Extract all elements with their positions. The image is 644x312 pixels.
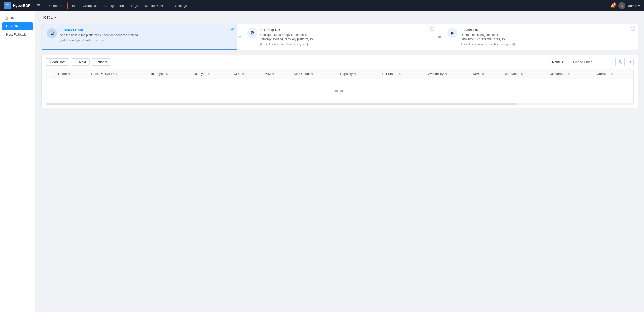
scrollbar-row[interactable]: [46, 103, 633, 105]
layout: 📋 DR Host DR Host Failback Host DR 🖥 1. …: [0, 11, 644, 312]
sort-icon-hoststatus: ⇅: [399, 73, 401, 75]
sidebar-section-dr[interactable]: 📋 DR: [0, 14, 35, 22]
step-3-card: ▶ 3. Start DR Operate the configured hos…: [442, 24, 638, 50]
step-1-check-icon: ✔: [231, 27, 234, 32]
next-button[interactable]: → Next: [71, 58, 90, 66]
search-group: Name ▾ 🔍 ↺: [550, 58, 634, 66]
sort-icon-mac: ⇅: [482, 73, 484, 75]
logo-icon: 🛡: [4, 2, 11, 9]
nav-monitor-alerts[interactable]: Monitor & Alerts: [142, 2, 171, 9]
col-os-version[interactable]: OS Version ⇅: [547, 69, 594, 79]
step-1-link[interactable]: [List - Unconfigured host resources]: [60, 38, 139, 42]
search-button[interactable]: 🔍: [617, 58, 625, 66]
no-data-cell: No Data: [46, 79, 633, 103]
scrollbar-track[interactable]: [46, 103, 516, 105]
notification-bell[interactable]: 🔔 1: [610, 3, 615, 8]
step-1-info: 1. Select Host Add the host to the platf…: [60, 28, 139, 42]
data-table: Name ⇅ Host IP/ESXi IP ⇅ Host Type ⇅: [46, 69, 634, 105]
user-label: admin: [628, 4, 637, 8]
step-2-desc1: Configure DR strategy for the host:: [260, 33, 315, 37]
nav-logs[interactable]: Logs: [128, 2, 141, 9]
nav-settings[interactable]: Settings: [172, 2, 190, 9]
col-ram[interactable]: RAM ⇅: [260, 69, 291, 79]
col-host-status[interactable]: Host Status ⇅: [377, 69, 425, 79]
search-field-select[interactable]: Name ▾: [550, 58, 570, 66]
menu-icon[interactable]: ☰: [37, 3, 40, 8]
host-dr-label: Host DR: [6, 24, 18, 28]
col-host-ip[interactable]: Host IP/ESXi IP ⇅: [88, 69, 147, 79]
sort-icon-hosttype: ⇅: [166, 73, 168, 75]
sort-icon-capacity: ⇅: [354, 73, 356, 75]
step-2-icon: ⚙: [247, 28, 257, 38]
sort-icon-diskcount: ⇅: [311, 73, 313, 75]
avatar[interactable]: A: [618, 2, 625, 9]
col-mac[interactable]: MAC ⇅: [470, 69, 501, 79]
search-input[interactable]: [573, 60, 613, 64]
sidebar-item-host-failback[interactable]: Host Failback: [2, 31, 33, 38]
nav-group-dr[interactable]: Group DR: [79, 2, 100, 9]
step-3-icon: ▶: [447, 28, 457, 38]
notification-badge: 1: [613, 2, 616, 6]
search-field-label: Name: [552, 60, 561, 64]
step-2-circle: [430, 27, 434, 31]
col-checkbox: [46, 69, 55, 79]
col-name[interactable]: Name ⇅: [55, 69, 88, 79]
app-name: HyperBDR: [13, 4, 31, 8]
col-creation[interactable]: Creation ⇅: [594, 69, 633, 79]
step-2-link[interactable]: [List - Host resources to be configured]: [260, 43, 315, 46]
user-menu[interactable]: admin ▾: [628, 4, 640, 8]
step-3-link[interactable]: [List - Host resources have been configu…: [460, 43, 515, 46]
sidebar-item-host-dr[interactable]: Host DR: [2, 22, 33, 30]
col-boot-mode[interactable]: Boot Mode ⇅: [501, 69, 546, 79]
steps-container: 🖥 1. Select Host Add the host to the pla…: [41, 24, 638, 50]
step-1-title: 1. Select Host: [60, 28, 139, 32]
step-2-title: 2. Setup DR: [260, 28, 315, 32]
sort-icon-ram: ⇅: [272, 73, 274, 75]
step-2-desc2: Strategy, storage, recovery platform, et…: [260, 37, 315, 42]
sort-icon-ostype: ⇅: [208, 73, 210, 75]
nav-configuration[interactable]: Configuration: [101, 2, 127, 9]
sort-icon-availability: ⇅: [445, 73, 447, 75]
step-3-info: 3. Start DR Operate the configured hosts…: [460, 28, 515, 46]
col-cpu[interactable]: CPU ⇅: [231, 69, 260, 79]
step-3-title: 3. Start DR: [460, 28, 515, 32]
sort-icon-hostip: ⇅: [115, 73, 117, 75]
col-availability[interactable]: Availability ⇅: [425, 69, 470, 79]
nav-dashboard[interactable]: Dashboard: [44, 2, 66, 9]
dropdown-icon: ▾: [638, 4, 640, 8]
step-1-desc: Add the host to the platform by Agent or…: [60, 33, 139, 37]
app-logo[interactable]: 🛡 HyperBDR: [4, 2, 31, 9]
refresh-button[interactable]: ↺: [626, 58, 634, 66]
host-table: Name ⇅ Host IP/ESXi IP ⇅ Host Type ⇅: [46, 69, 633, 103]
table-header: Name ⇅ Host IP/ESXi IP ⇅ Host Type ⇅: [46, 69, 633, 79]
step-3-circle: [631, 27, 635, 31]
action-button[interactable]: Action ▾: [92, 58, 111, 66]
toolbar: + Add Host → Next Action ▾ Name ▾ 🔍: [46, 58, 634, 66]
col-capacity[interactable]: Capacity ⇅: [337, 69, 377, 79]
host-failback-label: Host Failback: [6, 33, 26, 36]
step-1-icon: 🖥: [47, 28, 57, 38]
dr-section-icon: 📋: [4, 16, 8, 20]
col-host-type[interactable]: Host Type ⇅: [147, 69, 190, 79]
no-data-row: No Data: [46, 79, 633, 103]
page-title: Host DR: [41, 15, 638, 20]
nav-items: Dashboard DR Group DR Configuration Logs…: [44, 2, 610, 9]
col-disk-count[interactable]: Disk Count ⇅: [291, 69, 337, 79]
add-host-button[interactable]: + Add Host: [46, 58, 69, 66]
step-3-desc2: Data sync, DR takeover, drills, etc.: [460, 37, 515, 42]
search-field-dropdown-icon: ▾: [562, 60, 564, 64]
topnav-right: 🔔 1 A admin ▾: [610, 2, 640, 9]
sort-icon-name: ⇅: [68, 73, 70, 75]
search-input-wrap: [571, 58, 616, 66]
main-content: Host DR 🖥 1. Select Host Add the host to…: [35, 11, 644, 312]
sort-icon-creation: ⇅: [611, 73, 613, 75]
step-1-card: 🖥 1. Select Host Add the host to the pla…: [42, 24, 237, 50]
step-2-card: ⚙ 2. Setup DR Configure DR strategy for …: [242, 24, 438, 50]
col-os-type[interactable]: OS Type ⇅: [191, 69, 231, 79]
table-body: No Data: [46, 79, 633, 103]
select-all-checkbox[interactable]: [49, 72, 52, 75]
step-2-info: 2. Setup DR Configure DR strategy for th…: [260, 28, 315, 46]
nav-dr[interactable]: DR: [67, 2, 79, 9]
search-icon: 🔍: [618, 60, 623, 64]
sort-icon-cpu: ⇅: [242, 73, 244, 75]
